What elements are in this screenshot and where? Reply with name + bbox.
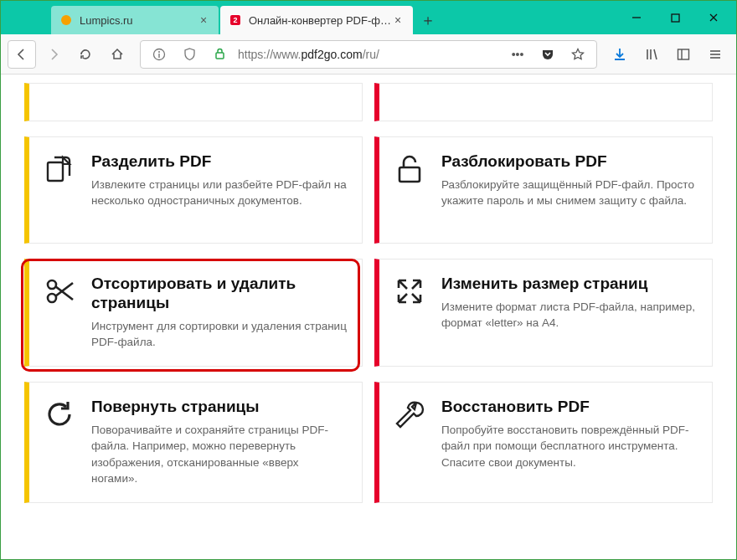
- sidebar-button[interactable]: [669, 40, 698, 69]
- wrench-icon: [391, 398, 428, 434]
- card-unlock-pdf[interactable]: Разблокировать PDF Разблокируйте защищён…: [374, 136, 713, 244]
- card-title: Восстановить PDF: [441, 398, 697, 417]
- menu-button[interactable]: [701, 40, 729, 69]
- card-stub[interactable]: [374, 83, 713, 121]
- back-button[interactable]: [8, 40, 36, 69]
- svg-rect-20: [48, 162, 63, 181]
- titlebar: Lumpics.ru × 2 Онлайн-конвертер PDF-файл…: [1, 1, 736, 34]
- card-title: Отсортировать и удалить страницы: [91, 275, 347, 313]
- tabs-strip: Lumpics.ru × 2 Онлайн-конвертер PDF-файл…: [1, 1, 617, 34]
- svg-point-23: [48, 294, 56, 302]
- card-repair-pdf[interactable]: Восстановить PDF Попробуйте восстановить…: [374, 382, 713, 503]
- svg-point-0: [61, 15, 71, 25]
- scissors-icon: [41, 275, 78, 311]
- close-icon[interactable]: ×: [197, 13, 210, 27]
- tab-pdf2go[interactable]: 2 Онлайн-конвертер PDF-файл ×: [220, 6, 413, 34]
- svg-rect-21: [399, 167, 420, 182]
- svg-point-9: [158, 51, 160, 53]
- library-button[interactable]: [637, 40, 666, 69]
- tab-title: Lumpics.ru: [80, 14, 197, 27]
- rotate-icon: [41, 398, 78, 434]
- card-stub[interactable]: [24, 83, 363, 121]
- url-prefix: https://www.: [238, 48, 301, 61]
- url-bar[interactable]: https://www.pdf2go.com/ru/ •••: [140, 40, 597, 69]
- card-title: Изменить размер страниц: [441, 275, 697, 294]
- card-title: Разблокировать PDF: [441, 152, 697, 172]
- expand-icon: [391, 275, 428, 311]
- card-rotate-pages[interactable]: Повернуть страницы Поворачивайте и сохра…: [24, 382, 363, 503]
- svg-line-14: [654, 49, 657, 59]
- card-desc: Попробуйте восстановить повреждённый PDF…: [441, 422, 697, 471]
- tab-favicon-lumpics: [59, 13, 73, 27]
- reload-button[interactable]: [71, 40, 100, 69]
- tab-favicon-pdf2go: 2: [229, 13, 242, 27]
- pocket-icon[interactable]: [536, 43, 559, 66]
- close-icon[interactable]: ×: [391, 13, 405, 27]
- info-icon[interactable]: [147, 43, 171, 66]
- card-sort-delete[interactable]: Отсортировать и удалить страницы Инструм…: [24, 259, 363, 367]
- svg-rect-5: [672, 14, 679, 22]
- url-text: https://www.pdf2go.com/ru/: [238, 48, 499, 61]
- tools-grid: Разделить PDF Извлеките страницы или раз…: [1, 83, 736, 523]
- card-desc: Поворачивайте и сохраняйте страницы PDF-…: [91, 422, 347, 487]
- svg-point-22: [48, 280, 56, 289]
- svg-rect-10: [158, 54, 159, 58]
- card-split-pdf[interactable]: Разделить PDF Извлеките страницы или раз…: [24, 136, 363, 244]
- home-button[interactable]: [103, 40, 131, 69]
- downloads-button[interactable]: [606, 40, 634, 69]
- close-window-button[interactable]: [694, 1, 733, 34]
- card-desc: Измените формат листа PDF-файла, наприме…: [441, 299, 697, 331]
- star-icon[interactable]: [566, 43, 590, 66]
- card-title: Разделить PDF: [91, 152, 347, 172]
- card-desc: Разблокируйте защищённый PDF-файл. Прост…: [441, 177, 697, 209]
- url-suffix: /ru/: [363, 48, 379, 61]
- card-desc: Извлеките страницы или разбейте PDF-файл…: [91, 177, 347, 209]
- toolbar: https://www.pdf2go.com/ru/ •••: [1, 34, 736, 74]
- window-controls: [617, 1, 736, 34]
- tab-title: Онлайн-конвертер PDF-файл: [249, 14, 391, 27]
- unlock-icon: [391, 152, 428, 189]
- tab-lumpics[interactable]: Lumpics.ru ×: [51, 6, 219, 34]
- lock-icon: [208, 43, 231, 66]
- new-tab-button[interactable]: ＋: [415, 6, 441, 34]
- page-content: Разделить PDF Извлеките страницы или раз…: [1, 74, 736, 560]
- forward-button[interactable]: [39, 40, 68, 69]
- svg-rect-15: [678, 49, 689, 59]
- maximize-button[interactable]: [656, 1, 694, 34]
- shield-icon[interactable]: [178, 43, 201, 66]
- svg-rect-11: [216, 53, 224, 59]
- minimize-button[interactable]: [617, 1, 656, 34]
- page-actions-icon[interactable]: •••: [506, 43, 529, 66]
- card-resize-pages[interactable]: Изменить размер страниц Измените формат …: [374, 259, 713, 367]
- url-domain: pdf2go.com: [301, 48, 362, 61]
- svg-text:2: 2: [233, 16, 237, 24]
- card-title: Повернуть страницы: [91, 398, 347, 417]
- card-desc: Инструмент для сортировки и удаления стр…: [91, 318, 347, 351]
- copy-icon: [41, 152, 78, 189]
